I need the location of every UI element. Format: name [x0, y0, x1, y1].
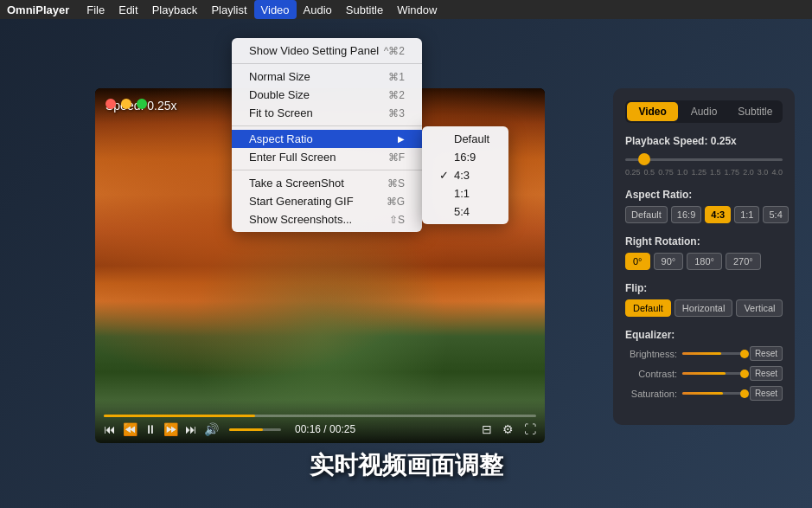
forward-button[interactable]: ⏩ — [163, 422, 178, 436]
app-logo: OmniPlayer — [7, 3, 69, 16]
rotation-label: Right Rotation: — [625, 235, 783, 248]
progress-fill — [104, 415, 255, 417]
brightness-row: Brightness: Reset — [625, 346, 783, 361]
menu-show-video-setting[interactable]: Show Video Setting Panel ^⌘2 — [232, 42, 422, 60]
maximize-button[interactable] — [137, 99, 147, 109]
menu-playback[interactable]: Playback — [145, 0, 205, 19]
speed-slider[interactable] — [625, 152, 783, 166]
player-controls: ⏮ ⏪ ⏸ ⏩ ⏭ 🔊 00:16 / 00:25 ⊟ ⚙ ⛶ — [95, 400, 545, 443]
menu-double-size[interactable]: Double Size ⌘2 — [232, 86, 422, 104]
tab-audio[interactable]: Audio — [678, 102, 729, 121]
aspect-ratio-label: Aspect Ratio: — [625, 189, 783, 201]
contrast-thumb — [740, 370, 749, 378]
menu-fullscreen[interactable]: Enter Full Screen ⌘F — [232, 148, 422, 166]
fullscreen-button[interactable]: ⛶ — [524, 422, 536, 436]
ratio-4-3[interactable]: 4:3 — [705, 206, 731, 223]
separator-3 — [232, 170, 422, 170]
menu-shortcut: ⌘S — [387, 177, 405, 190]
video-dropdown-menu: Show Video Setting Panel ^⌘2 Normal Size… — [232, 38, 422, 232]
saturation-slider[interactable] — [682, 392, 745, 395]
ratio-5-4[interactable]: 5:4 — [763, 206, 788, 223]
brightness-label: Brightness: — [625, 349, 677, 359]
submenu-default[interactable]: ✓ Default — [422, 130, 508, 148]
brightness-reset[interactable]: Reset — [750, 346, 783, 361]
flip-horizontal[interactable]: Horizontal — [675, 299, 733, 317]
menu-container: Show Video Setting Panel ^⌘2 Normal Size… — [232, 38, 422, 232]
menu-normal-size[interactable]: Normal Size ⌘1 — [232, 68, 422, 86]
contrast-row: Contrast: Reset — [625, 366, 783, 381]
tab-subtitle[interactable]: Subtitle — [730, 102, 781, 121]
pause-button[interactable]: ⏸ — [144, 422, 157, 436]
menu-audio[interactable]: Audio — [297, 0, 339, 19]
saturation-fill — [682, 392, 723, 395]
minimize-button[interactable] — [121, 99, 131, 109]
subtitles-button[interactable]: ⊟ — [482, 422, 492, 436]
menu-screenshot[interactable]: Take a ScreenShot ⌘S — [232, 174, 422, 192]
submenu-4-3[interactable]: ✓ 4:3 — [422, 166, 508, 184]
equalizer-section: Equalizer: Brightness: Reset Contrast: R… — [625, 329, 783, 401]
ratio-16-9[interactable]: 16:9 — [671, 206, 701, 223]
menu-subtitle[interactable]: Subtitle — [339, 0, 390, 19]
menu-gif[interactable]: Start Generating GIF ⌘G — [232, 192, 422, 210]
flip-vertical[interactable]: Vertical — [736, 299, 783, 317]
submenu-item-label: 1:1 — [454, 187, 470, 200]
volume-slider[interactable] — [229, 428, 281, 431]
speed-labels: 0.250.50.751.01.251.51.752.03.04.0 — [625, 168, 783, 177]
skip-forward-button[interactable]: ⏭ — [185, 422, 197, 436]
rot-90[interactable]: 90° — [654, 253, 684, 270]
rotation-group: 0° 90° 180° 270° — [625, 253, 783, 270]
menu-item-label: Normal Size — [249, 70, 310, 83]
settings-button[interactable]: ⚙ — [502, 422, 514, 436]
controls-row: ⏮ ⏪ ⏸ ⏩ ⏭ 🔊 00:16 / 00:25 ⊟ ⚙ ⛶ — [95, 422, 545, 436]
saturation-thumb — [740, 389, 749, 398]
speed-thumb — [638, 153, 650, 165]
menu-item-label: Fit to Screen — [249, 106, 313, 119]
submenu-5-4[interactable]: ✓ 5:4 — [422, 203, 508, 221]
menu-item-label: Take a ScreenShot — [249, 177, 344, 190]
submenu-1-1[interactable]: ✓ 1:1 — [422, 184, 508, 203]
contrast-slider[interactable] — [682, 372, 745, 375]
menu-show-screenshots[interactable]: Show Screenshots... ⇧S — [232, 210, 422, 228]
rotation-section: Right Rotation: 0° 90° 180° 270° — [625, 235, 783, 270]
playback-speed-section: Playback Speed: 0.25x 0.250.50.751.01.25… — [625, 135, 783, 177]
menu-window[interactable]: Window — [390, 0, 444, 19]
submenu-16-9[interactable]: ✓ 16:9 — [422, 148, 508, 166]
volume-icon: 🔊 — [204, 422, 219, 436]
rot-180[interactable]: 180° — [687, 253, 722, 270]
aspect-ratio-group: Default 16:9 4:3 1:1 5:4 — [625, 206, 783, 223]
menu-fit-screen[interactable]: Fit to Screen ⌘3 — [232, 104, 422, 122]
submenu-item-label: 16:9 — [454, 151, 476, 164]
tab-video[interactable]: Video — [627, 102, 678, 121]
menu-item-label: Show Screenshots... — [249, 213, 352, 226]
playback-speed-label: Playback Speed: 0.25x — [625, 135, 783, 147]
brightness-slider[interactable] — [682, 352, 745, 355]
flip-label: Flip: — [625, 282, 783, 294]
ratio-default[interactable]: Default — [625, 206, 668, 223]
menu-file[interactable]: File — [80, 0, 112, 19]
menu-edit[interactable]: Edit — [112, 0, 144, 19]
right-panel: Video Audio Subtitle Playback Speed: 0.2… — [613, 88, 795, 425]
skip-back-button[interactable]: ⏮ — [104, 422, 116, 436]
menu-shortcut: ⌘2 — [388, 89, 405, 101]
progress-bar[interactable] — [104, 415, 536, 417]
menu-playlist[interactable]: Playlist — [204, 0, 253, 19]
menu-aspect-ratio[interactable]: Aspect Ratio ▶ ✓ Default ✓ 16:9 ✓ — [232, 130, 422, 148]
saturation-label: Saturation: — [625, 389, 677, 399]
menu-video[interactable]: Video — [254, 0, 297, 19]
menu-shortcut: ^⌘2 — [384, 45, 405, 57]
menu-shortcut: ⌘3 — [388, 107, 405, 119]
contrast-reset[interactable]: Reset — [750, 366, 783, 381]
saturation-row: Saturation: Reset — [625, 386, 783, 401]
close-button[interactable] — [105, 99, 116, 109]
menubar: OmniPlayer File Edit Playback Playlist V… — [0, 0, 812, 19]
flip-default[interactable]: Default — [625, 299, 671, 317]
submenu-item-label: 5:4 — [454, 205, 470, 218]
rot-270[interactable]: 270° — [726, 253, 761, 270]
submenu-item-label: 4:3 — [454, 169, 470, 182]
ratio-1-1[interactable]: 1:1 — [734, 206, 759, 223]
rot-0[interactable]: 0° — [625, 253, 650, 270]
main-area: Speed: 0.25x ⏮ ⏪ ⏸ ⏩ ⏭ 🔊 00:16 / 00:25 — [0, 19, 812, 508]
rewind-button[interactable]: ⏪ — [123, 422, 137, 436]
menu-item-label: Double Size — [249, 88, 310, 101]
saturation-reset[interactable]: Reset — [750, 386, 783, 401]
